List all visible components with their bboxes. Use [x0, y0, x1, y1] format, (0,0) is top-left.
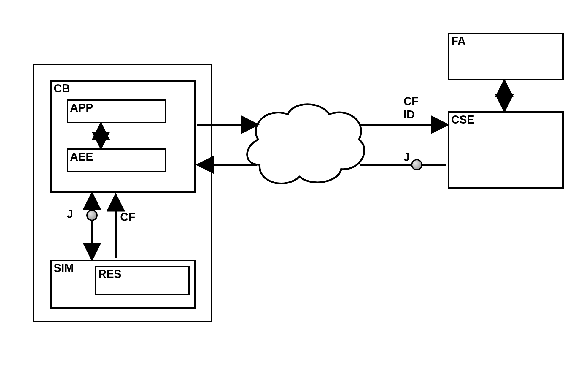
edge-label-j-left: J	[67, 208, 73, 221]
block-res: RES	[95, 266, 190, 295]
label-res: RES	[98, 268, 121, 281]
label-net: NET	[286, 137, 311, 151]
edge-label-cf-left: CF	[120, 211, 135, 224]
block-fa: FA	[448, 33, 564, 80]
label-cb: CB	[54, 82, 70, 95]
diagram-canvas: CB APP AEE SIM RES FA CSE NET CF ID J J …	[0, 0, 588, 380]
label-aee: AEE	[70, 151, 93, 163]
block-cse: CSE	[448, 111, 564, 189]
edge-label-id: ID	[403, 108, 415, 121]
label-sim: SIM	[54, 262, 74, 275]
label-fa: FA	[451, 35, 466, 48]
block-app: APP	[67, 99, 166, 123]
block-aee: AEE	[67, 148, 166, 172]
token-j-right	[412, 160, 422, 170]
edge-label-cf: CF	[403, 95, 419, 108]
edge-label-j-right: J	[403, 151, 410, 164]
block-cb: CB	[50, 80, 196, 193]
label-cse: CSE	[451, 113, 474, 126]
label-app: APP	[70, 102, 93, 114]
